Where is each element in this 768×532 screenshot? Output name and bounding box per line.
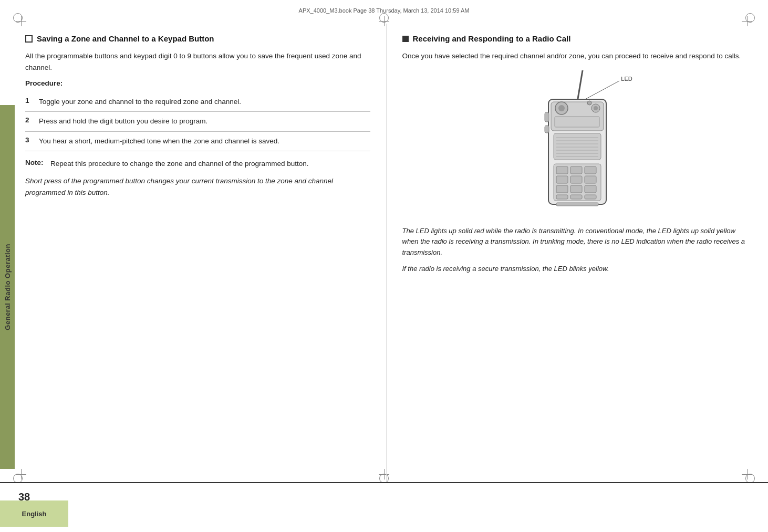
bottom-bar: 38 English xyxy=(0,482,768,532)
right-caption2: If the radio is receiving a secure trans… xyxy=(402,264,748,275)
language-text: English xyxy=(22,510,47,518)
left-intro: All the programmable buttons and keypad … xyxy=(25,50,370,73)
step-1-num: 1 xyxy=(25,97,34,105)
left-heading-text: Saving a Zone and Channel to a Keypad Bu… xyxy=(37,34,214,43)
procedure-label: Procedure: xyxy=(25,79,370,87)
step-1: 1 Toggle your zone and channel to the re… xyxy=(25,92,370,112)
right-caption1: The LED lights up solid red while the ra… xyxy=(402,226,748,258)
step-3: 3 You hear a short, medium-pitched tone … xyxy=(25,132,370,151)
step-1-text: Toggle your zone and channel to the requ… xyxy=(39,97,241,107)
left-column: Saving a Zone and Channel to a Keypad Bu… xyxy=(15,24,387,482)
step-2-num: 2 xyxy=(25,116,34,124)
left-section-heading: Saving a Zone and Channel to a Keypad Bu… xyxy=(25,34,370,43)
italic-note: Short press of the programmed button cha… xyxy=(25,175,370,198)
right-column: Receiving and Responding to a Radio Call… xyxy=(387,24,758,482)
step-2-text: Press and hold the digit button you desi… xyxy=(39,116,207,127)
radio-image: LED xyxy=(522,70,627,217)
main-content: Saving a Zone and Channel to a Keypad Bu… xyxy=(15,24,757,482)
step-3-num: 3 xyxy=(25,136,34,144)
svg-line-0 xyxy=(585,81,619,99)
note-block: Note: Repeat this procedure to change th… xyxy=(25,159,370,169)
led-pointer xyxy=(522,70,627,217)
step-3-text: You hear a short, medium-pitched tone wh… xyxy=(39,136,279,147)
file-info: APX_4000_M3.book Page 38 Thursday, March… xyxy=(299,7,470,14)
step-2: 2 Press and hold the digit button you de… xyxy=(25,112,370,131)
note-label: Note: xyxy=(25,159,46,169)
right-intro: Once you have selected the required chan… xyxy=(402,50,748,62)
right-section-heading: Receiving and Responding to a Radio Call xyxy=(402,34,748,43)
sidebar-tab-label: General Radio Operation xyxy=(4,244,12,330)
right-heading-text: Receiving and Responding to a Radio Call xyxy=(413,34,571,43)
note-text: Repeat this procedure to change the zone… xyxy=(50,159,309,169)
language-badge: English xyxy=(0,500,68,527)
filled-square-icon xyxy=(402,36,409,42)
sidebar-tab: General Radio Operation xyxy=(0,105,15,469)
heading-icon xyxy=(25,35,33,43)
